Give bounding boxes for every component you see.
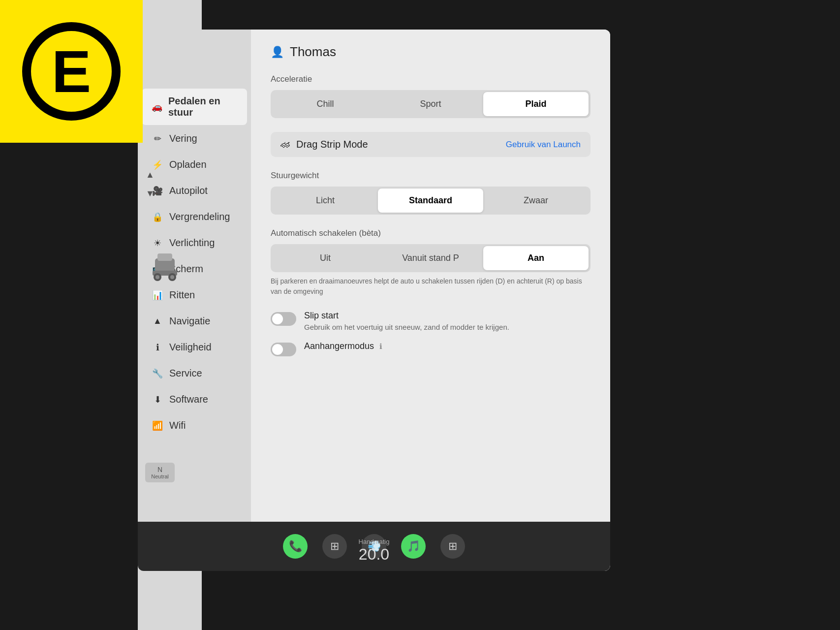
phone-button[interactable]: 📞: [283, 534, 308, 559]
logo-circle: E: [22, 22, 121, 121]
wifi-icon: 📶: [152, 420, 163, 431]
launch-link[interactable]: Gebruik van Launch: [506, 140, 581, 150]
schakelen-uit-button[interactable]: Uit: [273, 246, 378, 270]
auto-schakelen-description: Bij parkeren en draaimanoeuvres helpt de…: [271, 276, 591, 297]
slip-start-toggle[interactable]: [271, 312, 296, 326]
stuurgewicht-zwaar-button[interactable]: Zwaar: [483, 189, 589, 213]
main-content: 👤 Thomas Acceleratie Chill Sport Plaid 🏎…: [251, 30, 610, 571]
sidebar-label-opladen: Opladen: [169, 159, 207, 170]
acceleratie-chill-button[interactable]: Chill: [273, 92, 378, 116]
sidebar-label-veiligheid: Veiligheid: [169, 342, 212, 353]
car-icon-area: [148, 241, 182, 295]
sidebar-label-vering: Vering: [169, 133, 197, 144]
scroll-down-button[interactable]: ▼: [143, 186, 157, 201]
speed-label: Handmatig: [359, 538, 390, 545]
logo-overlay: E: [0, 0, 143, 143]
music-icon: 🎵: [407, 540, 420, 553]
sidebar-item-vergrendeling[interactable]: 🔒 Vergrendeling: [142, 204, 247, 229]
neutral-label: Neutral: [151, 473, 168, 479]
car-icon: [150, 244, 180, 293]
acceleratie-sport-button[interactable]: Sport: [378, 92, 483, 116]
speed-value: 20.0: [359, 545, 390, 564]
user-header: 👤 Thomas: [271, 44, 591, 60]
user-avatar-icon: 👤: [271, 46, 284, 59]
neutral-letter: N: [157, 466, 162, 473]
drag-strip-icon: 🏎: [280, 139, 290, 150]
aanhanger-label-text: Aanhangermodus: [304, 341, 374, 351]
music-button[interactable]: 🎵: [401, 534, 426, 559]
sidebar-arrows: ▲ ▼: [143, 167, 157, 201]
sidebar: ▲ ▼ N Neutral 🚗 Pedalen en stuur: [138, 30, 251, 571]
dark-background: [614, 0, 840, 630]
pedalen-icon: 🚗: [152, 101, 162, 112]
taskbar: 📞 ⊞ 💨 🎵 ⊞ Handmatig 20.0: [138, 522, 610, 571]
sidebar-label-autopilot: Autopilot: [169, 185, 208, 196]
sidebar-item-navigatie[interactable]: ▲ Navigatie: [142, 309, 247, 334]
media-icon: ⊞: [330, 540, 339, 553]
neutral-indicator: N Neutral: [145, 463, 175, 482]
drag-strip-row: 🏎 Drag Strip Mode Gebruik van Launch: [271, 132, 591, 157]
aanhanger-toggle[interactable]: [271, 343, 296, 356]
sidebar-label-navigatie: Navigatie: [169, 315, 210, 327]
auto-schakelen-label: Automatisch schakelen (bèta): [271, 228, 591, 238]
sidebar-label-pedalen: Pedalen en stuur: [168, 95, 237, 118]
service-icon: 🔧: [152, 368, 163, 379]
logo-letter: E: [52, 42, 91, 101]
apps-icon: ⊞: [448, 540, 457, 553]
scroll-up-button[interactable]: ▲: [143, 167, 157, 182]
veiligheid-icon: ℹ: [152, 342, 163, 353]
auto-schakelen-section: Automatisch schakelen (bèta) Uit Vanuit …: [271, 228, 591, 297]
acceleratie-plaid-button[interactable]: Plaid: [483, 92, 589, 116]
sidebar-label-wifi: Wifi: [169, 420, 186, 431]
aanhanger-row: Aanhangermodus ℹ: [271, 341, 591, 356]
user-name: Thomas: [290, 44, 336, 60]
drag-strip-left: 🏎 Drag Strip Mode: [280, 139, 368, 150]
schakelen-vanuit-button[interactable]: Vanuit stand P: [378, 246, 483, 270]
slip-start-description: Gebruik om het voertuig uit sneeuw, zand…: [304, 323, 509, 331]
drag-strip-label: Drag Strip Mode: [296, 139, 368, 150]
auto-schakelen-button-group: Uit Vanuit stand P Aan: [271, 244, 591, 272]
sidebar-item-wifi[interactable]: 📶 Wifi: [142, 413, 247, 438]
stuurgewicht-standaard-button[interactable]: Standaard: [378, 189, 483, 213]
media-button[interactable]: ⊞: [322, 534, 347, 559]
sidebar-item-opladen[interactable]: ⚡ Opladen: [142, 152, 247, 177]
sidebar-item-vering[interactable]: ✏ Vering: [142, 126, 247, 151]
sidebar-item-service[interactable]: 🔧 Service: [142, 361, 247, 386]
acceleratie-label: Acceleratie: [271, 74, 591, 84]
stuurgewicht-label: Stuurgewicht: [271, 171, 591, 181]
navigatie-icon: ▲: [152, 316, 163, 326]
vering-icon: ✏: [152, 133, 163, 144]
aanhanger-label: Aanhangermodus ℹ: [304, 341, 382, 351]
slip-start-row: Slip start Gebruik om het voertuig uit s…: [271, 311, 591, 331]
software-icon: ⬇: [152, 394, 163, 405]
stuurgewicht-section: Stuurgewicht Licht Standaard Zwaar: [271, 171, 591, 215]
svg-point-5: [156, 275, 159, 279]
vergrendeling-icon: 🔒: [152, 212, 163, 222]
aanhanger-text: Aanhangermodus ℹ: [304, 341, 382, 351]
tesla-screen: ⬇ ⌂ 🔔 ✱ LTE▌▌▌ ▲ ▼ N Neutral: [138, 30, 610, 571]
speed-display: Handmatig 20.0: [359, 538, 390, 564]
sidebar-item-autopilot[interactable]: 🎥 Autopilot: [142, 178, 247, 203]
slip-start-label: Slip start: [304, 311, 509, 321]
sidebar-label-service: Service: [169, 368, 202, 379]
acceleratie-section: Acceleratie Chill Sport Plaid: [271, 74, 591, 118]
aanhanger-info-icon: ℹ: [379, 342, 382, 350]
svg-rect-1: [157, 253, 172, 261]
sidebar-label-software: Software: [169, 394, 208, 405]
svg-point-6: [170, 275, 174, 279]
phone-icon: 📞: [289, 540, 302, 553]
stuurgewicht-licht-button[interactable]: Licht: [273, 189, 378, 213]
stuurgewicht-button-group: Licht Standaard Zwaar: [271, 187, 591, 215]
sidebar-item-software[interactable]: ⬇ Software: [142, 387, 247, 412]
sidebar-item-veiligheid[interactable]: ℹ Veiligheid: [142, 335, 247, 360]
slip-start-text: Slip start Gebruik om het voertuig uit s…: [304, 311, 509, 331]
acceleratie-button-group: Chill Sport Plaid: [271, 90, 591, 118]
schakelen-aan-button[interactable]: Aan: [483, 246, 589, 270]
apps-grid-button[interactable]: ⊞: [440, 534, 465, 559]
sidebar-item-pedalen[interactable]: 🚗 Pedalen en stuur: [142, 89, 247, 125]
sidebar-label-vergrendeling: Vergrendeling: [169, 211, 230, 222]
